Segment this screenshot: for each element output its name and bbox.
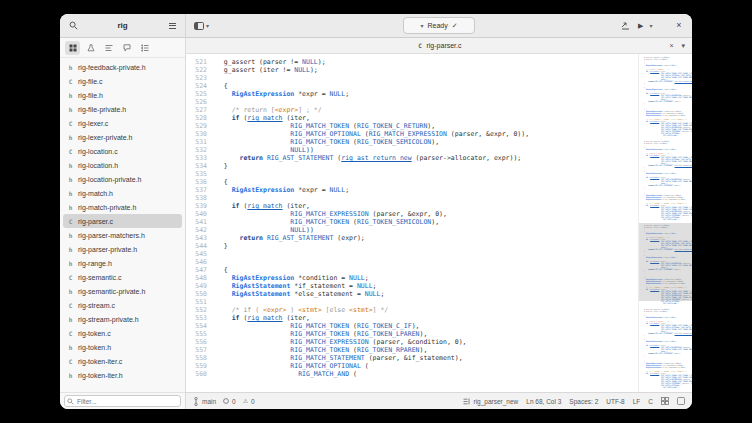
panel-tab-symbols[interactable]	[101, 41, 116, 55]
code-line[interactable]: if (rig_match (iter,	[216, 114, 638, 122]
code-line[interactable]: RigAstStatement *if_statement = NULL;	[216, 282, 638, 290]
language-indicator[interactable]: C	[648, 398, 653, 405]
file-item[interactable]: Crig-file.c	[63, 74, 182, 88]
file-item[interactable]: hrig-range.h	[63, 256, 182, 270]
code-line[interactable]: RigAstExpression *condition = NULL;	[216, 274, 638, 282]
code-line[interactable]	[216, 170, 638, 178]
file-item[interactable]: hrig-match.h	[63, 186, 182, 200]
indentation-mode[interactable]: Spaces: 2	[569, 398, 598, 405]
code-line[interactable]: RIG_MATCH_STATEMENT (parser, &if_stateme…	[216, 354, 638, 362]
file-item[interactable]: hrig-token-iter.h	[63, 368, 182, 382]
search-button[interactable]	[66, 19, 80, 33]
utilities-panel-toggle[interactable]	[677, 397, 685, 405]
run-button[interactable]: ▶	[638, 22, 643, 30]
file-type-icon: h	[67, 204, 74, 211]
code-line[interactable]: /* return [<expr>] ; */	[216, 106, 638, 114]
code-line[interactable]: RIG_MATCH_EXPRESSION (parser, &condition…	[216, 338, 638, 346]
code-line[interactable]: {	[216, 178, 638, 186]
code-line[interactable]: NULL))	[216, 226, 638, 234]
code-line[interactable]	[216, 74, 638, 82]
file-item[interactable]: hrig-file-private.h	[63, 102, 182, 116]
code-line[interactable]: RigAstStatement *else_statement = NULL;	[216, 290, 638, 298]
file-item[interactable]: hrig-location.h	[63, 158, 182, 172]
code-line[interactable]: if (rig_match (iter,	[216, 202, 638, 210]
tab-close-button[interactable]: ×	[669, 42, 673, 49]
code-line[interactable]: RIG_MATCH_TOKEN (RIG_TOKEN_C_IF),	[216, 322, 638, 330]
code-line[interactable]: return RIG_AST_STATEMENT (rig_ast_return…	[216, 154, 638, 162]
symbol-indicator[interactable]: rig_parser_new	[463, 398, 518, 405]
error-counter[interactable]: 0	[223, 398, 236, 405]
run-menu-caret-icon[interactable]: ▾	[649, 23, 652, 29]
file-item[interactable]: Crig-parser.c	[63, 214, 182, 228]
code-line[interactable]	[216, 194, 638, 202]
tab-rig-parser[interactable]: C rig-parser.c	[186, 42, 692, 49]
code-line[interactable]: RIG_MATCH_TOKEN (RIG_TOKEN_SEMICOLON),	[216, 218, 638, 226]
file-item[interactable]: hrig-feedback-private.h	[63, 60, 182, 74]
code-line[interactable]: if (rig_match (iter,	[216, 314, 638, 322]
minimap-viewport[interactable]	[639, 223, 692, 301]
code-line[interactable]: RIG_MATCH_OPTIONAL (	[216, 362, 638, 370]
code-line[interactable]: {	[216, 266, 638, 274]
panel-tab-project-tree[interactable]	[65, 41, 80, 55]
line-number: 551	[186, 298, 207, 306]
file-name: rig-file.c	[78, 78, 103, 85]
file-item[interactable]: hrig-lexer-private.h	[63, 130, 182, 144]
code-line[interactable]: RIG_MATCH_TOKEN (RIG_TOKEN_SEMICOLON),	[216, 138, 638, 146]
file-item[interactable]: Crig-stream.c	[63, 298, 182, 312]
code-line[interactable]	[216, 258, 638, 266]
code-line[interactable]: RIG_MATCH_EXPRESSION (parser, &expr, 0),	[216, 210, 638, 218]
file-item[interactable]: hrig-parser-private.h	[63, 242, 182, 256]
code-line[interactable]	[216, 250, 638, 258]
code-line[interactable]: }	[216, 242, 638, 250]
file-item[interactable]: hrig-file.h	[63, 88, 182, 102]
code-line[interactable]: g_assert (iter != NULL);	[216, 66, 638, 74]
branch-indicator[interactable]: main	[193, 397, 216, 406]
code-line[interactable]: RIG_MATCH_TOKEN (RIG_TOKEN_RPAREN),	[216, 346, 638, 354]
code-line[interactable]: RIG_MATCH_OPTIONAL (RIG_MATCH_EXPRESSION…	[216, 130, 638, 138]
minimap[interactable]: g_assert (parser != NULL); g_assert (ite…	[638, 54, 692, 392]
file-item[interactable]: hrig-stream-private.h	[63, 312, 182, 326]
file-item[interactable]: Crig-semantic.c	[63, 270, 182, 284]
code-line[interactable]: RigAstExpression *expr = NULL;	[216, 90, 638, 98]
file-item[interactable]: Crig-token.c	[63, 326, 182, 340]
code-line[interactable]: }	[216, 162, 638, 170]
window-close-button[interactable]: ×	[671, 17, 687, 33]
menu-button[interactable]	[165, 19, 179, 33]
chat-icon	[123, 44, 131, 52]
panel-tab-tests[interactable]	[83, 41, 98, 55]
cursor-position[interactable]: Ln 68, Col 3	[526, 398, 561, 405]
encoding-indicator[interactable]: UTF-8	[606, 398, 624, 405]
panel-tab-chat[interactable]	[119, 41, 134, 55]
code-line[interactable]: return RIG_AST_STATEMENT (expr);	[216, 234, 638, 242]
file-item[interactable]: hrig-match-private.h	[63, 200, 182, 214]
panel-tab-todo[interactable]	[137, 41, 152, 55]
file-item[interactable]: hrig-semantic-private.h	[63, 284, 182, 298]
code-line[interactable]: NULL))	[216, 146, 638, 154]
code-line[interactable]	[216, 298, 638, 306]
build-status-button[interactable]: ▾ Ready ✓	[403, 17, 475, 34]
code-line[interactable]: RigAstExpression *expr = NULL;	[216, 186, 638, 194]
code-line[interactable]: {	[216, 82, 638, 90]
file-item[interactable]: Crig-lexer.c	[63, 116, 182, 130]
panel-toggle-button[interactable]	[192, 19, 206, 33]
build-button[interactable]	[618, 19, 632, 33]
code-line[interactable]: /* if ( <expr> ) <stmt> [else <stmt>] */	[216, 306, 638, 314]
file-item[interactable]: Crig-token-iter.c	[63, 354, 182, 368]
code-line[interactable]	[216, 98, 638, 106]
file-item[interactable]: hrig-token.h	[63, 340, 182, 354]
line-ending-indicator[interactable]: LF	[633, 398, 641, 405]
code-line[interactable]: g_assert (parser != NULL);	[216, 58, 638, 66]
panel-caret-icon[interactable]: ▾	[206, 23, 209, 29]
code-line[interactable]: RIG_MATCH_TOKEN (RIG_TOKEN_C_RETURN),	[216, 122, 638, 130]
code-pane[interactable]: g_assert (parser != NULL); g_assert (ite…	[210, 54, 638, 392]
warning-counter[interactable]: ⚠ 0	[243, 398, 255, 405]
code-line[interactable]: RIG_MATCH_TOKEN (RIG_TOKEN_LPAREN),	[216, 330, 638, 338]
filter-input[interactable]	[64, 395, 181, 407]
project-title[interactable]: rig	[80, 21, 165, 30]
file-item[interactable]: Crig-location.c	[63, 144, 182, 158]
code-line[interactable]: RIG_MATCH_AND (	[216, 370, 638, 378]
file-item[interactable]: hrig-parser-matchers.h	[63, 228, 182, 242]
file-item[interactable]: hrig-location-private.h	[63, 172, 182, 186]
bottom-panel-toggle[interactable]	[661, 397, 669, 405]
tab-list-caret-icon[interactable]: ▾	[681, 42, 685, 49]
